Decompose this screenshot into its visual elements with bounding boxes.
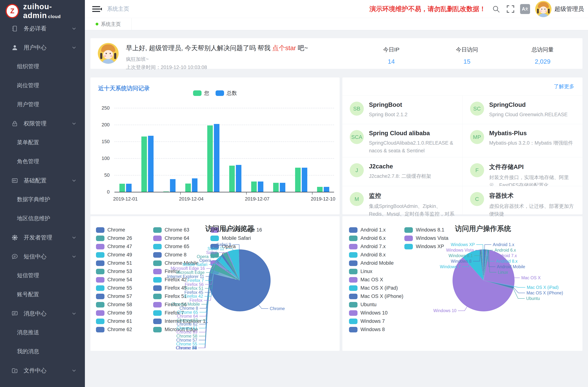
legend-item-Android 8.x[interactable]: Android 8.x — [349, 251, 404, 259]
folder-plus-icon — [11, 367, 18, 374]
sidebar-item-基础配置[interactable]: 基础配置 — [0, 171, 85, 190]
legend-item-Chrome[interactable]: Chrome — [96, 226, 153, 234]
legend-item-Chrome 65[interactable]: Chrome 65 — [153, 242, 210, 251]
legend-item-Mac OS X[interactable]: Mac OS X — [349, 276, 404, 284]
svg-text:Chrome 26: Chrome 26 — [176, 346, 197, 350]
os-pie-title: 访问用户操作系统 — [455, 224, 511, 233]
sidebar-item-权限管理[interactable]: 权限管理 — [0, 114, 85, 133]
legend-item-Microsoft Edge[interactable]: Microsoft Edge — [153, 326, 210, 334]
tech-abbr-badge: F — [470, 163, 484, 177]
bar-总数-2019-12-09 — [302, 168, 307, 192]
legend-item-Windows 10[interactable]: Windows 10 — [349, 309, 404, 317]
legend-item-Android 1.x[interactable]: Android 1.x — [349, 226, 404, 234]
svg-text:Android 1.x: Android 1.x — [493, 242, 514, 247]
fullscreen-icon[interactable] — [506, 5, 515, 13]
svg-text:Ubuntu: Ubuntu — [526, 296, 540, 301]
legend-item-Linux[interactable]: Linux — [349, 267, 404, 276]
sidebar-item-务必详看[interactable]: 务必详看 — [0, 19, 85, 38]
sidebar-subitem-组织管理[interactable]: 组织管理 — [0, 57, 85, 76]
stat-today-ip: 今日IP14 — [371, 38, 412, 65]
legend-item-Chrome Mobile[interactable]: Chrome Mobile — [153, 259, 210, 267]
app-logo[interactable]: Z zuihou-admincloud — [0, 0, 85, 22]
svg-text:Mac OS X (iPhone): Mac OS X (iPhone) — [526, 290, 563, 295]
legend-item-Windows Vista[interactable]: Windows Vista — [404, 234, 460, 242]
legend-item-Chrome 8[interactable]: Chrome 8 — [153, 251, 210, 259]
legend-item-Android 7.x[interactable]: Android 7.x — [349, 242, 404, 251]
svg-text:Chrome 47: Chrome 47 — [176, 346, 197, 350]
legend-item-Windows 8[interactable]: Windows 8 — [349, 326, 404, 334]
legend-item-Opera 12[interactable]: Opera 12 — [210, 251, 268, 259]
legend-item-Safari[interactable]: Safari — [210, 259, 268, 267]
svg-text:Mac OS X (iPad): Mac OS X (iPad) — [527, 285, 559, 290]
legend-item-Windows 7[interactable]: Windows 7 — [349, 317, 404, 326]
legend-item-Windows XP[interactable]: Windows XP — [404, 242, 460, 251]
bar-您-2019-12-02 — [141, 137, 147, 192]
sidebar-subitem-菜单配置[interactable]: 菜单配置 — [0, 133, 85, 152]
sidebar-subitem-我的消息[interactable]: 我的消息 — [0, 342, 85, 361]
legend-item-Firefox 56[interactable]: Firefox 56 — [153, 301, 210, 309]
legend-item-Mac OS X (iPhone)[interactable]: Mac OS X (iPhone) — [349, 292, 404, 301]
legend-item-Opera[interactable]: Opera — [210, 242, 268, 251]
legend-item-Chrome 51[interactable]: Chrome 51 — [96, 259, 153, 267]
legend-item-Firefox 45[interactable]: Firefox 45 — [153, 284, 210, 292]
translate-icon[interactable]: A文 — [520, 4, 530, 14]
tech-abbr-badge: MP — [470, 130, 484, 144]
sidebar-subitem-岗位管理[interactable]: 岗位管理 — [0, 76, 85, 95]
browser-pie-card: ChromeChrome 26Chrome 47Chrome 49Chrome … — [90, 216, 340, 351]
legend-item-Chrome 54[interactable]: Chrome 54 — [96, 276, 153, 284]
tab-bar: 系统主页 — [85, 18, 588, 30]
legend-item-Android Mobile[interactable]: Android Mobile — [349, 259, 404, 267]
sidebar-subitem-用户管理[interactable]: 用户管理 — [0, 95, 85, 114]
sidebar-subitem-角色管理[interactable]: 角色管理 — [0, 152, 85, 171]
legend-item-Firefox[interactable]: Firefox — [153, 267, 210, 276]
username-label[interactable]: 超级管理员 — [554, 5, 584, 13]
legend-item-Chrome 59[interactable]: Chrome 59 — [96, 309, 153, 317]
legend-item-Chrome 26[interactable]: Chrome 26 — [96, 234, 153, 242]
legend-item-您[interactable]: 您 — [193, 90, 209, 97]
legend-item-Microsoft Edge 16[interactable]: Microsoft Edge 16 — [210, 226, 268, 234]
collapse-sidebar-icon[interactable] — [92, 6, 102, 12]
sidebar-subitem-账号配置[interactable]: 账号配置 — [0, 285, 85, 304]
sidebar-item-短信中心[interactable]: 短信中心 — [0, 247, 85, 266]
sidebar-item-开发者管理[interactable]: 开发者管理 — [0, 228, 85, 247]
tab-system-home[interactable]: 系统主页 — [85, 18, 132, 30]
legend-item-Chrome 47[interactable]: Chrome 47 — [96, 242, 153, 251]
learn-more-link[interactable]: 了解更多 — [554, 83, 574, 90]
legend-item-Chrome 64[interactable]: Chrome 64 — [153, 234, 210, 242]
star-link[interactable]: 点个star — [272, 44, 296, 51]
sidebar-subitem-消息推送[interactable]: 消息推送 — [0, 323, 85, 342]
sidebar-item-文件中心[interactable]: 文件中心 — [0, 361, 85, 380]
legend-item-Chrome 61[interactable]: Chrome 61 — [96, 317, 153, 326]
legend-item-Chrome 55[interactable]: Chrome 55 — [96, 284, 153, 292]
legend-item-Chrome 49[interactable]: Chrome 49 — [96, 251, 153, 259]
user-avatar[interactable] — [535, 1, 551, 17]
tab-active-dot — [96, 23, 98, 25]
legend-item-Android 6.x[interactable]: Android 6.x — [349, 234, 404, 242]
svg-text:Chrome 53: Chrome 53 — [176, 346, 197, 350]
legend-item-Mobile Safari[interactable]: Mobile Safari — [210, 234, 268, 242]
sidebar-subitem-数据字典维护[interactable]: 数据字典维护 — [0, 190, 85, 209]
legend-item-Firefox 42[interactable]: Firefox 42 — [153, 276, 210, 284]
legend-item-Windows 8.1[interactable]: Windows 8.1 — [404, 226, 460, 234]
legend-item-Ubuntu[interactable]: Ubuntu — [349, 301, 404, 309]
sidebar-item-消息中心[interactable]: 消息中心 — [0, 304, 85, 323]
bar-总数-2019-12-02 — [148, 136, 154, 192]
sidebar-subitem-短信管理[interactable]: 短信管理 — [0, 266, 85, 285]
chevron-down-icon — [71, 121, 77, 126]
sidebar-subitem-地区信息维护[interactable]: 地区信息维护 — [0, 209, 85, 228]
legend-item-Firefox 51[interactable]: Firefox 51 — [153, 292, 210, 301]
legend-item-Safari 9[interactable]: Safari 9 — [210, 276, 268, 284]
legend-item-Chrome 57[interactable]: Chrome 57 — [96, 292, 153, 301]
legend-item-Chrome 58[interactable]: Chrome 58 — [96, 301, 153, 309]
svg-text:Chrome: Chrome — [270, 306, 285, 311]
legend-item-Chrome 63[interactable]: Chrome 63 — [153, 226, 210, 234]
legend-item-Firefox 7[interactable]: Firefox 7 — [153, 309, 210, 317]
legend-item-总数[interactable]: 总数 — [216, 90, 237, 97]
search-icon[interactable] — [492, 5, 500, 13]
legend-item-Internet Explorer 11[interactable]: Internet Explorer 11 — [153, 317, 210, 326]
legend-item-Chrome 62[interactable]: Chrome 62 — [96, 326, 153, 334]
legend-item-Chrome 53[interactable]: Chrome 53 — [96, 267, 153, 276]
legend-item-Mac OS X (iPad)[interactable]: Mac OS X (iPad) — [349, 284, 404, 292]
sidebar-item-用户中心[interactable]: 用户中心 — [0, 38, 85, 57]
legend-item-Safari 11[interactable]: Safari 11 — [210, 267, 268, 276]
